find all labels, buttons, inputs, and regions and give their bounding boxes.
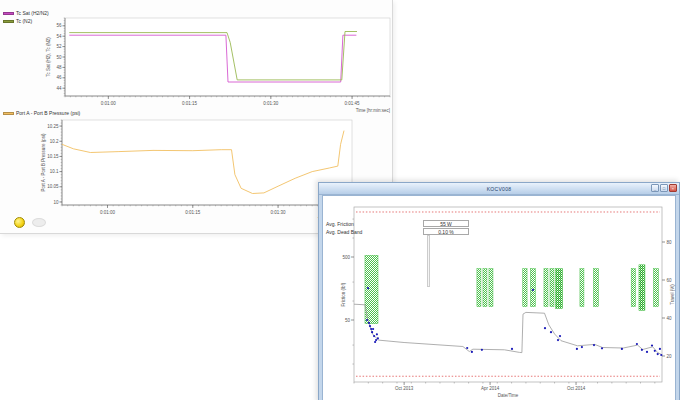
svg-text:10.05: 10.05 <box>47 184 59 189</box>
friction-point[interactable] <box>481 349 483 351</box>
svg-text:46: 46 <box>56 75 62 80</box>
friction-point[interactable] <box>366 319 368 321</box>
status-bar <box>14 217 46 228</box>
friction-point[interactable] <box>559 335 561 337</box>
travel-band <box>530 269 535 307</box>
travel-band <box>483 269 487 307</box>
svg-text:0:01:45: 0:01:45 <box>345 101 361 106</box>
legend-label: Port A - Port B Pressure (psi) <box>16 110 80 116</box>
window-title: KOCV008 <box>487 186 512 192</box>
friction-point[interactable] <box>369 325 371 327</box>
friction-point[interactable] <box>581 346 583 348</box>
friction-point[interactable] <box>601 347 603 349</box>
friction-point[interactable] <box>466 347 468 349</box>
travel-band <box>555 269 562 309</box>
yellow-status-led-icon[interactable] <box>14 217 25 228</box>
svg-text:10.1: 10.1 <box>50 169 59 174</box>
travel-band <box>523 269 527 307</box>
window-content: Avg. Friction55 WAvg. Dead Band0.10 % 50… <box>322 195 676 400</box>
window-controls: _ □ × <box>651 184 677 192</box>
friction-point[interactable] <box>367 287 369 289</box>
svg-text:Tc Sat (H2), Tc (N2): Tc Sat (H2), Tc (N2) <box>46 37 51 77</box>
svg-text:50: 50 <box>56 55 62 60</box>
svg-text:50: 50 <box>345 318 351 323</box>
legend-entry: Tc Sat (H2/N2) <box>3 10 49 16</box>
friction-point[interactable] <box>370 328 372 330</box>
friction-point[interactable] <box>532 289 534 291</box>
friction-point[interactable] <box>651 344 653 346</box>
svg-text:44: 44 <box>56 86 62 91</box>
legend-swatch <box>3 20 14 23</box>
vertical-slider[interactable] <box>427 235 430 287</box>
svg-text:0:01:15: 0:01:15 <box>182 101 198 106</box>
friction-point[interactable] <box>375 339 377 341</box>
friction-point[interactable] <box>659 348 661 350</box>
svg-text:Oct 2013: Oct 2013 <box>395 386 414 391</box>
friction-point[interactable] <box>373 335 375 337</box>
maximize-button[interactable]: □ <box>660 184 668 192</box>
travel-band <box>593 269 598 307</box>
legend-swatch <box>3 12 14 15</box>
travel-band <box>477 269 481 307</box>
friction-point[interactable] <box>636 343 638 345</box>
svg-text:0:01:30: 0:01:30 <box>263 101 279 106</box>
travel-band <box>580 269 584 307</box>
friction-point[interactable] <box>377 337 379 339</box>
svg-text:0:01:30: 0:01:30 <box>271 210 287 215</box>
svg-text:20: 20 <box>667 354 673 359</box>
field-value[interactable]: 55 W <box>423 220 469 227</box>
top-chart-legend: Tc Sat (H2/N2)Tc (N2) <box>3 10 49 24</box>
travel-band <box>631 269 635 307</box>
legend-label: Tc (N2) <box>16 18 32 24</box>
svg-text:Apr 2014: Apr 2014 <box>481 386 500 391</box>
friction-point[interactable] <box>657 353 659 355</box>
bottom-chart-legend: Port A - Port B Pressure (psi) <box>3 110 80 116</box>
svg-text:Time [hr:min:sec]: Time [hr:min:sec] <box>356 108 390 113</box>
svg-text:40: 40 <box>667 316 673 321</box>
friction-point[interactable] <box>576 348 578 350</box>
friction-point[interactable] <box>557 339 559 341</box>
svg-text:10.2: 10.2 <box>50 139 59 144</box>
svg-text:80: 80 <box>667 240 673 245</box>
friction-point[interactable] <box>511 348 513 350</box>
friction-point[interactable] <box>544 327 546 329</box>
svg-text:10.25: 10.25 <box>47 124 59 129</box>
average-fields: Avg. Friction55 WAvg. Dead Band0.10 % <box>324 220 469 236</box>
friction-point[interactable] <box>654 350 656 352</box>
legend-entry: Tc (N2) <box>3 18 49 24</box>
top-left-trend-plot: 444648505254560:01:000:01:150:01:300:01:… <box>46 18 390 113</box>
friction-point[interactable] <box>376 333 378 335</box>
bottom-left-trend-plot: 1010.0510.110.1510.210.250:01:000:01:150… <box>41 120 352 222</box>
svg-text:10: 10 <box>53 200 59 205</box>
svg-text:0:01:00: 0:01:00 <box>100 210 116 215</box>
svg-text:52: 52 <box>56 44 62 49</box>
friction-point[interactable] <box>471 351 473 353</box>
friction-point[interactable] <box>641 349 643 351</box>
svg-text:500: 500 <box>342 255 350 260</box>
friction-point[interactable] <box>368 322 370 324</box>
friction-point[interactable] <box>621 348 623 350</box>
svg-text:Oct 2014: Oct 2014 <box>567 386 586 391</box>
svg-text:48: 48 <box>56 65 62 70</box>
svg-text:Port A - Port B Pressure (psi): Port A - Port B Pressure (psi) <box>41 133 46 191</box>
field-value[interactable]: 0.10 % <box>423 228 469 235</box>
friction-point[interactable] <box>550 331 552 333</box>
friction-point[interactable] <box>372 328 374 330</box>
friction-point[interactable] <box>374 341 376 343</box>
svg-text:56: 56 <box>56 23 62 28</box>
svg-text:60: 60 <box>667 278 673 283</box>
field-label: Avg. Friction <box>324 221 423 227</box>
window-titlebar[interactable]: KOCV008 _ □ × <box>319 183 679 195</box>
friction-point[interactable] <box>646 351 648 353</box>
travel-band <box>653 269 658 307</box>
friction-point[interactable] <box>593 344 595 346</box>
friction-point[interactable] <box>660 354 662 356</box>
svg-text:Travel (%): Travel (%) <box>670 284 675 305</box>
field-label: Avg. Dead Band <box>324 229 423 235</box>
minimize-button[interactable]: _ <box>651 184 659 192</box>
field-row: Avg. Dead Band0.10 % <box>324 228 469 235</box>
travel-band <box>544 269 548 307</box>
field-row: Avg. Friction55 W <box>324 220 469 227</box>
close-button[interactable]: × <box>669 184 677 192</box>
friction-point[interactable] <box>371 331 373 333</box>
